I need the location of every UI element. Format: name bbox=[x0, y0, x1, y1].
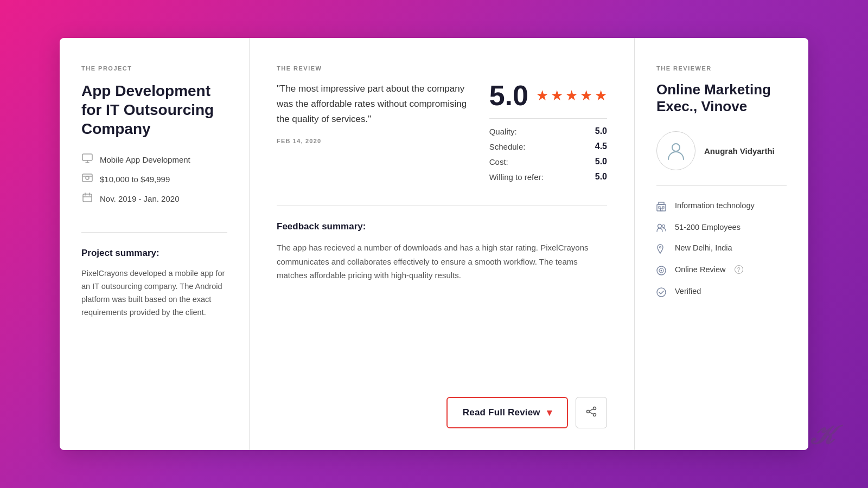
review-section-label: THE REVIEW bbox=[277, 65, 607, 72]
score-main: 5.0 ★ ★ ★ ★ ★ bbox=[489, 81, 607, 110]
reviewer-verified-text: Verified bbox=[675, 287, 701, 296]
svg-rect-13 bbox=[659, 207, 660, 208]
score-schedule-value: 4.5 bbox=[595, 142, 607, 151]
svg-point-7 bbox=[593, 413, 596, 416]
svg-point-18 bbox=[660, 247, 661, 248]
review-quote-text: "The most impressive part about the comp… bbox=[277, 81, 468, 127]
reviewer-meta-review-type: Online Review ? bbox=[656, 265, 787, 278]
feedback-text: The app has recieved a number of downloa… bbox=[277, 241, 607, 282]
reviewer-meta-industry: Information technology bbox=[656, 201, 787, 214]
reviewer-meta-location: New Delhi, India bbox=[656, 243, 787, 256]
reviewer-meta-list: Information technology 51-200 Employees bbox=[656, 201, 787, 300]
people-icon bbox=[656, 223, 668, 235]
monitor-icon bbox=[81, 153, 93, 166]
verified-icon bbox=[656, 287, 668, 300]
stars-row: ★ ★ ★ ★ ★ bbox=[536, 87, 607, 104]
reviewer-review-type-text: Online Review bbox=[675, 265, 726, 274]
svg-rect-14 bbox=[662, 207, 664, 208]
review-date: FEB 14, 2020 bbox=[277, 138, 468, 144]
help-icon: ? bbox=[735, 265, 743, 274]
review-icon bbox=[656, 266, 668, 278]
score-refer-value: 5.0 bbox=[595, 172, 607, 182]
review-score-block: 5.0 ★ ★ ★ ★ ★ Quality: 5.0 bbox=[489, 81, 607, 182]
svg-point-16 bbox=[658, 224, 662, 228]
read-full-review-button[interactable]: Read Full Review ▾ bbox=[446, 397, 568, 428]
meta-budget: $10,000 to $49,999 bbox=[81, 174, 227, 185]
reviewer-meta-employees: 51-200 Employees bbox=[656, 223, 787, 235]
svg-point-10 bbox=[672, 144, 680, 151]
score-row-quality: Quality: 5.0 bbox=[489, 126, 607, 136]
reviewer-meta-verified: Verified bbox=[656, 287, 787, 300]
score-quality-value: 5.0 bbox=[595, 126, 607, 136]
review-top: "The most impressive part about the comp… bbox=[277, 81, 607, 182]
meta-service: Mobile App Development bbox=[81, 153, 227, 166]
project-column: THE PROJECT App Development for IT Outso… bbox=[60, 38, 250, 450]
reviewer-location-text: New Delhi, India bbox=[675, 243, 732, 252]
svg-point-21 bbox=[661, 270, 662, 272]
review-actions: Read Full Review ▾ bbox=[277, 397, 607, 428]
reviewer-name: Anugrah Vidyarthi bbox=[704, 145, 775, 157]
review-column: THE REVIEW "The most impressive part abo… bbox=[250, 38, 635, 450]
feedback-section: Feedback summary: The app has recieved a… bbox=[277, 221, 607, 397]
score-overall: 5.0 bbox=[489, 81, 528, 110]
svg-point-2 bbox=[86, 176, 89, 179]
svg-point-17 bbox=[662, 225, 665, 228]
svg-point-22 bbox=[657, 288, 666, 297]
svg-rect-0 bbox=[82, 154, 92, 160]
reviewer-section-label: THE REVIEWER bbox=[656, 65, 787, 72]
project-summary-text: PixelCrayons developed a mobile app for … bbox=[81, 267, 227, 319]
svg-point-5 bbox=[593, 407, 596, 409]
star-2: ★ bbox=[551, 87, 563, 104]
building-icon bbox=[656, 202, 668, 214]
reviewer-avatar-row: Anugrah Vidyarthi bbox=[656, 131, 787, 186]
score-row-schedule: Schedule: 4.5 bbox=[489, 142, 607, 151]
reviewer-title: Online Marketing Exec., Vinove bbox=[656, 81, 787, 115]
read-full-review-label: Read Full Review bbox=[463, 407, 540, 418]
share-button[interactable] bbox=[576, 397, 607, 428]
share-icon bbox=[585, 406, 597, 420]
svg-rect-12 bbox=[659, 202, 664, 204]
feedback-heading: Feedback summary: bbox=[277, 221, 607, 232]
project-summary-heading: Project summary: bbox=[81, 248, 227, 259]
score-schedule-label: Schedule: bbox=[489, 142, 526, 151]
star-4: ★ bbox=[580, 87, 592, 104]
calendar-icon bbox=[81, 192, 93, 205]
project-title: App Development for IT Outsourcing Compa… bbox=[81, 81, 227, 138]
meta-budget-text: $10,000 to $49,999 bbox=[100, 175, 170, 184]
chevron-down-icon: ▾ bbox=[547, 407, 552, 419]
star-1: ★ bbox=[536, 87, 548, 104]
meta-service-text: Mobile App Development bbox=[100, 155, 190, 164]
svg-point-6 bbox=[587, 410, 590, 413]
star-3: ★ bbox=[565, 87, 578, 104]
svg-line-9 bbox=[589, 412, 593, 414]
location-icon bbox=[656, 244, 668, 256]
reviewer-employees-text: 51-200 Employees bbox=[675, 223, 741, 232]
svg-rect-15 bbox=[661, 208, 662, 211]
star-5: ★ bbox=[595, 87, 607, 104]
score-quality-label: Quality: bbox=[489, 127, 517, 136]
reviewer-column: THE REVIEWER Online Marketing Exec., Vin… bbox=[635, 38, 808, 450]
score-row-cost: Cost: 5.0 bbox=[489, 157, 607, 166]
budget-icon bbox=[81, 174, 93, 185]
score-refer-label: Willing to refer: bbox=[489, 172, 544, 182]
svg-rect-1 bbox=[82, 174, 92, 182]
meta-dates: Nov. 2019 - Jan. 2020 bbox=[81, 192, 227, 205]
avatar bbox=[656, 131, 695, 170]
score-divider bbox=[489, 118, 607, 119]
watermark: 𝒦 bbox=[811, 420, 831, 451]
score-row-refer: Willing to refer: 5.0 bbox=[489, 172, 607, 182]
review-divider bbox=[277, 206, 607, 206]
project-section-label: THE PROJECT bbox=[81, 65, 227, 72]
project-divider bbox=[81, 232, 227, 233]
project-meta: Mobile App Development $10,000 to $49,99… bbox=[81, 153, 227, 205]
score-rows: Quality: 5.0 Schedule: 4.5 Cost: 5.0 W bbox=[489, 126, 607, 182]
review-quote-block: "The most impressive part about the comp… bbox=[277, 81, 468, 182]
meta-dates-text: Nov. 2019 - Jan. 2020 bbox=[100, 194, 179, 203]
reviewer-industry-text: Information technology bbox=[675, 201, 755, 210]
svg-rect-4 bbox=[83, 194, 92, 202]
score-cost-label: Cost: bbox=[489, 157, 508, 166]
score-cost-value: 5.0 bbox=[595, 157, 607, 166]
svg-line-8 bbox=[589, 409, 593, 411]
